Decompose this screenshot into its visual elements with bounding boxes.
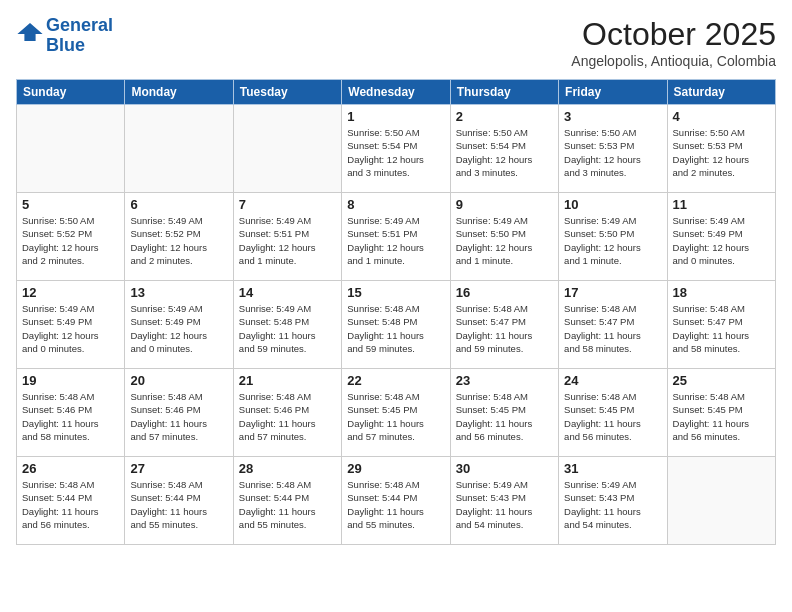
day-number: 6 (130, 197, 227, 212)
day-info: Sunrise: 5:48 AM Sunset: 5:47 PM Dayligh… (456, 302, 553, 355)
weekday-header-friday: Friday (559, 80, 667, 105)
day-info: Sunrise: 5:49 AM Sunset: 5:51 PM Dayligh… (239, 214, 336, 267)
calendar-cell: 4Sunrise: 5:50 AM Sunset: 5:53 PM Daylig… (667, 105, 775, 193)
day-number: 4 (673, 109, 770, 124)
day-number: 5 (22, 197, 119, 212)
day-number: 21 (239, 373, 336, 388)
day-info: Sunrise: 5:49 AM Sunset: 5:50 PM Dayligh… (456, 214, 553, 267)
svg-marker-0 (17, 23, 42, 41)
day-info: Sunrise: 5:49 AM Sunset: 5:48 PM Dayligh… (239, 302, 336, 355)
calendar-header-row: SundayMondayTuesdayWednesdayThursdayFrid… (17, 80, 776, 105)
day-info: Sunrise: 5:48 AM Sunset: 5:45 PM Dayligh… (673, 390, 770, 443)
day-number: 20 (130, 373, 227, 388)
day-number: 1 (347, 109, 444, 124)
day-number: 26 (22, 461, 119, 476)
calendar-cell: 7Sunrise: 5:49 AM Sunset: 5:51 PM Daylig… (233, 193, 341, 281)
calendar-cell: 6Sunrise: 5:49 AM Sunset: 5:52 PM Daylig… (125, 193, 233, 281)
day-number: 31 (564, 461, 661, 476)
weekday-header-monday: Monday (125, 80, 233, 105)
title-block: October 2025 Angelopolis, Antioquia, Col… (571, 16, 776, 69)
weekday-header-tuesday: Tuesday (233, 80, 341, 105)
weekday-header-wednesday: Wednesday (342, 80, 450, 105)
day-number: 9 (456, 197, 553, 212)
day-number: 30 (456, 461, 553, 476)
day-number: 22 (347, 373, 444, 388)
calendar-cell (667, 457, 775, 545)
calendar-cell: 30Sunrise: 5:49 AM Sunset: 5:43 PM Dayli… (450, 457, 558, 545)
calendar-cell: 26Sunrise: 5:48 AM Sunset: 5:44 PM Dayli… (17, 457, 125, 545)
calendar-cell: 19Sunrise: 5:48 AM Sunset: 5:46 PM Dayli… (17, 369, 125, 457)
day-number: 12 (22, 285, 119, 300)
day-info: Sunrise: 5:48 AM Sunset: 5:47 PM Dayligh… (564, 302, 661, 355)
calendar-cell: 12Sunrise: 5:49 AM Sunset: 5:49 PM Dayli… (17, 281, 125, 369)
calendar-cell: 11Sunrise: 5:49 AM Sunset: 5:49 PM Dayli… (667, 193, 775, 281)
day-number: 27 (130, 461, 227, 476)
day-info: Sunrise: 5:48 AM Sunset: 5:45 PM Dayligh… (456, 390, 553, 443)
calendar-cell: 8Sunrise: 5:49 AM Sunset: 5:51 PM Daylig… (342, 193, 450, 281)
day-info: Sunrise: 5:49 AM Sunset: 5:49 PM Dayligh… (130, 302, 227, 355)
calendar-cell: 20Sunrise: 5:48 AM Sunset: 5:46 PM Dayli… (125, 369, 233, 457)
day-info: Sunrise: 5:48 AM Sunset: 5:46 PM Dayligh… (130, 390, 227, 443)
day-info: Sunrise: 5:49 AM Sunset: 5:43 PM Dayligh… (456, 478, 553, 531)
day-info: Sunrise: 5:48 AM Sunset: 5:47 PM Dayligh… (673, 302, 770, 355)
logo-text-line2: Blue (46, 36, 113, 56)
location: Angelopolis, Antioquia, Colombia (571, 53, 776, 69)
day-info: Sunrise: 5:48 AM Sunset: 5:45 PM Dayligh… (347, 390, 444, 443)
day-info: Sunrise: 5:49 AM Sunset: 5:49 PM Dayligh… (22, 302, 119, 355)
day-info: Sunrise: 5:49 AM Sunset: 5:43 PM Dayligh… (564, 478, 661, 531)
calendar-cell: 27Sunrise: 5:48 AM Sunset: 5:44 PM Dayli… (125, 457, 233, 545)
day-number: 29 (347, 461, 444, 476)
calendar-cell: 23Sunrise: 5:48 AM Sunset: 5:45 PM Dayli… (450, 369, 558, 457)
calendar-cell: 3Sunrise: 5:50 AM Sunset: 5:53 PM Daylig… (559, 105, 667, 193)
calendar-cell: 1Sunrise: 5:50 AM Sunset: 5:54 PM Daylig… (342, 105, 450, 193)
calendar-cell: 15Sunrise: 5:48 AM Sunset: 5:48 PM Dayli… (342, 281, 450, 369)
day-number: 16 (456, 285, 553, 300)
calendar-cell (17, 105, 125, 193)
day-info: Sunrise: 5:50 AM Sunset: 5:52 PM Dayligh… (22, 214, 119, 267)
calendar-cell: 18Sunrise: 5:48 AM Sunset: 5:47 PM Dayli… (667, 281, 775, 369)
day-info: Sunrise: 5:50 AM Sunset: 5:54 PM Dayligh… (456, 126, 553, 179)
week-row-2: 5Sunrise: 5:50 AM Sunset: 5:52 PM Daylig… (17, 193, 776, 281)
weekday-header-thursday: Thursday (450, 80, 558, 105)
day-number: 13 (130, 285, 227, 300)
calendar-cell: 31Sunrise: 5:49 AM Sunset: 5:43 PM Dayli… (559, 457, 667, 545)
calendar-cell: 13Sunrise: 5:49 AM Sunset: 5:49 PM Dayli… (125, 281, 233, 369)
calendar-cell: 17Sunrise: 5:48 AM Sunset: 5:47 PM Dayli… (559, 281, 667, 369)
day-info: Sunrise: 5:49 AM Sunset: 5:50 PM Dayligh… (564, 214, 661, 267)
day-number: 11 (673, 197, 770, 212)
logo-text-line1: General (46, 16, 113, 36)
day-number: 28 (239, 461, 336, 476)
weekday-header-saturday: Saturday (667, 80, 775, 105)
calendar-cell: 9Sunrise: 5:49 AM Sunset: 5:50 PM Daylig… (450, 193, 558, 281)
day-number: 25 (673, 373, 770, 388)
day-info: Sunrise: 5:48 AM Sunset: 5:44 PM Dayligh… (130, 478, 227, 531)
day-info: Sunrise: 5:49 AM Sunset: 5:49 PM Dayligh… (673, 214, 770, 267)
day-info: Sunrise: 5:48 AM Sunset: 5:48 PM Dayligh… (347, 302, 444, 355)
day-info: Sunrise: 5:50 AM Sunset: 5:53 PM Dayligh… (564, 126, 661, 179)
day-info: Sunrise: 5:49 AM Sunset: 5:51 PM Dayligh… (347, 214, 444, 267)
day-info: Sunrise: 5:49 AM Sunset: 5:52 PM Dayligh… (130, 214, 227, 267)
week-row-1: 1Sunrise: 5:50 AM Sunset: 5:54 PM Daylig… (17, 105, 776, 193)
day-number: 15 (347, 285, 444, 300)
calendar-cell: 24Sunrise: 5:48 AM Sunset: 5:45 PM Dayli… (559, 369, 667, 457)
day-number: 14 (239, 285, 336, 300)
day-number: 3 (564, 109, 661, 124)
day-number: 7 (239, 197, 336, 212)
day-info: Sunrise: 5:48 AM Sunset: 5:44 PM Dayligh… (239, 478, 336, 531)
day-number: 23 (456, 373, 553, 388)
calendar-cell: 16Sunrise: 5:48 AM Sunset: 5:47 PM Dayli… (450, 281, 558, 369)
day-info: Sunrise: 5:48 AM Sunset: 5:46 PM Dayligh… (22, 390, 119, 443)
calendar-cell: 25Sunrise: 5:48 AM Sunset: 5:45 PM Dayli… (667, 369, 775, 457)
day-info: Sunrise: 5:50 AM Sunset: 5:53 PM Dayligh… (673, 126, 770, 179)
week-row-3: 12Sunrise: 5:49 AM Sunset: 5:49 PM Dayli… (17, 281, 776, 369)
calendar-cell (125, 105, 233, 193)
week-row-5: 26Sunrise: 5:48 AM Sunset: 5:44 PM Dayli… (17, 457, 776, 545)
day-number: 19 (22, 373, 119, 388)
calendar-cell: 28Sunrise: 5:48 AM Sunset: 5:44 PM Dayli… (233, 457, 341, 545)
weekday-header-sunday: Sunday (17, 80, 125, 105)
day-info: Sunrise: 5:50 AM Sunset: 5:54 PM Dayligh… (347, 126, 444, 179)
calendar-cell: 14Sunrise: 5:49 AM Sunset: 5:48 PM Dayli… (233, 281, 341, 369)
calendar-cell: 5Sunrise: 5:50 AM Sunset: 5:52 PM Daylig… (17, 193, 125, 281)
day-number: 17 (564, 285, 661, 300)
day-info: Sunrise: 5:48 AM Sunset: 5:46 PM Dayligh… (239, 390, 336, 443)
